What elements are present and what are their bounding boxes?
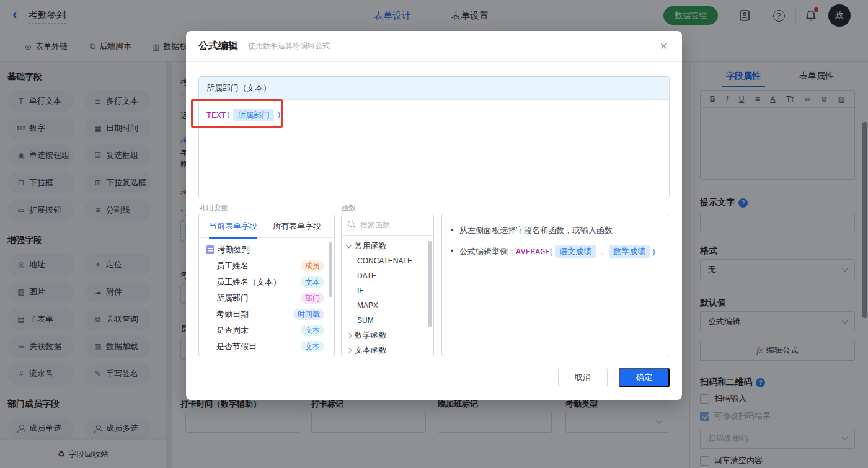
example-field-chip: 语文成绩 [555,245,596,258]
modal-title: 公式编辑 [198,40,238,53]
example-field-chip: 数学成绩 [609,245,650,258]
variable-row[interactable]: 员工姓名成员 [199,258,334,274]
field-type-badge: 文本 [301,341,324,352]
function-group-math[interactable]: 数学函数 [342,328,433,343]
function-item[interactable]: SUM [342,313,433,328]
function-search-input[interactable] [360,221,422,229]
search-icon [348,221,356,229]
variables-panel-label: 可用变量 [198,203,228,213]
example-function-name: AVERAGE [516,247,550,256]
variable-row[interactable]: 是否节假日文本 [199,338,334,355]
function-item[interactable]: IF [342,283,433,298]
cancel-button[interactable]: 取消 [558,368,608,387]
function-group-common[interactable]: 常用函数 [342,239,433,254]
close-icon[interactable]: × [660,40,667,52]
functions-panel: 常用函数 CONCATENATE DATE IF MAPX SUM 数学函数 文… [341,214,434,356]
field-type-badge: 时间戳 [293,309,324,320]
variables-tabs: 当前表单字段 所有表单字段 [199,214,334,238]
form-root-node[interactable]: 考勤签到 [199,242,334,258]
variable-row[interactable]: 是否周末文本 [199,322,334,338]
variables-panel: 当前表单字段 所有表单字段 考勤签到 员工姓名成员 员工姓名（文本）文本 所属部… [198,214,335,356]
chevron-right-icon [346,332,352,338]
variable-row[interactable]: 考勤日期时间戳 [199,306,334,322]
formula-target: 所属部门（文本） = [199,77,669,100]
function-group-text[interactable]: 文本函数 [342,343,433,356]
annotation-highlight-box [191,99,283,128]
variable-row[interactable]: 员工姓名（文本）文本 [199,274,334,290]
formula-help-panel: 从左侧面板选择字段名和函数，或输入函数 公式编辑举例：AVERAGE(语文成绩，… [441,214,668,356]
field-type-badge: 部门 [301,293,324,304]
tab-all-form-fields[interactable]: 所有表单字段 [273,221,321,232]
chevron-right-icon [346,347,352,353]
field-type-badge: 成员 [301,260,324,272]
function-item[interactable]: CONCATENATE [342,254,433,268]
modal-subtitle: 使用数学运算符编辑公式 [248,41,330,51]
formula-editor-modal: 公式编辑 使用数学运算符编辑公式 × 所属部门（文本） = TEXT(所属部门)… [186,31,682,400]
tab-current-form-fields[interactable]: 当前表单字段 [209,221,257,232]
field-type-badge: 文本 [301,276,324,288]
function-item[interactable]: MAPX [342,298,433,313]
form-doc-icon [206,245,214,254]
variables-list: 考勤签到 员工姓名成员 员工姓名（文本）文本 所属部门部门 考勤日期时间戳 是否… [199,238,334,355]
function-item[interactable]: DATE [342,268,433,283]
chevron-down-icon [346,242,352,249]
functions-panel-label: 函数 [341,203,356,213]
app-window: ‹ 考勤签到 表单设计 表单设置 数据管理 ? 政 ⊘ 表单外链 ⧉ 后端脚本 … [0,0,868,468]
field-type-badge: 文本 [301,325,324,336]
formula-box: 所属部门（文本） = TEXT(所属部门) [198,76,670,198]
modal-header: 公式编辑 使用数学运算符编辑公式 × [186,31,682,62]
confirm-button[interactable]: 确定 [619,368,670,387]
help-tip-2: 公式编辑举例：AVERAGE(语文成绩，数学成绩) [451,245,659,258]
vertical-scrollbar[interactable] [428,241,432,327]
help-tip-1: 从左侧面板选择字段名和函数，或输入函数 [451,224,659,236]
variable-row[interactable]: 所属部门部门 [199,290,334,306]
vertical-scrollbar[interactable] [329,242,332,297]
function-search [342,214,433,236]
